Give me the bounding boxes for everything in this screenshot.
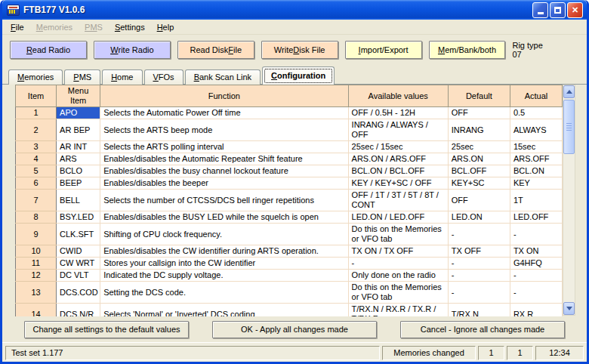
cell-default[interactable]: KEY+SC <box>448 177 510 190</box>
cell-default[interactable]: OFF <box>448 190 510 211</box>
cell-default[interactable]: OFF <box>448 107 510 119</box>
cell-actual[interactable]: BCL.ON <box>510 165 562 177</box>
cell-actual[interactable]: TX ON <box>510 245 562 258</box>
cell-menu[interactable]: BEEP <box>57 177 100 190</box>
cell-menu[interactable]: APO <box>57 107 100 119</box>
cell-menu[interactable]: DCS.COD <box>57 282 100 304</box>
scroll-up-button[interactable] <box>563 85 575 98</box>
cell-actual[interactable]: ALWAYS <box>510 119 562 141</box>
import-export-button[interactable]: Import/Export <box>345 41 422 59</box>
cell-actual[interactable]: ARS.OFF <box>510 153 562 165</box>
scrollbar-track[interactable] <box>563 98 575 302</box>
cell-default[interactable]: LED.ON <box>448 211 510 224</box>
tab-memories[interactable]: Memories <box>8 69 63 85</box>
cell-menu[interactable]: BELL <box>57 190 100 211</box>
cell-function[interactable]: Selects the ARTS polling interval <box>100 141 348 153</box>
cell-available[interactable]: BCL.ON / BCL.OFF <box>348 165 448 177</box>
cell-actual[interactable]: RX R <box>510 304 562 317</box>
cell-function[interactable]: Stores your callsign into the CW identif… <box>100 258 348 270</box>
cell-menu[interactable]: CWID <box>57 245 100 258</box>
cell-function[interactable]: Enables/disables the beeper <box>100 177 348 190</box>
cell-actual[interactable]: LED.OFF <box>510 211 562 224</box>
maximize-button[interactable] <box>550 2 566 18</box>
cell-default[interactable]: - <box>448 224 510 245</box>
cell-available[interactable]: LED.ON / LED.OFF <box>348 211 448 224</box>
menu-item-settings[interactable]: Settings <box>109 21 151 33</box>
tab-pms[interactable]: PMS <box>64 69 100 85</box>
cell-menu[interactable]: DC VLT <box>57 270 100 282</box>
cell-default[interactable]: BCL.OFF <box>448 165 510 177</box>
cell-item[interactable]: 12 <box>16 270 57 282</box>
cell-function[interactable]: Shifting of CPU clock frequency. <box>100 224 348 245</box>
cell-item[interactable]: 5 <box>16 165 57 177</box>
cell-menu[interactable]: BCLO <box>57 165 100 177</box>
cell-item[interactable]: 11 <box>16 258 57 270</box>
cell-menu[interactable]: BSY.LED <box>57 211 100 224</box>
cell-function[interactable]: Enables/disables the busy channel lockou… <box>100 165 348 177</box>
cell-default[interactable]: T/RX.N <box>448 304 510 317</box>
vertical-scrollbar[interactable] <box>563 85 575 316</box>
tab-home[interactable]: Home <box>102 69 142 85</box>
cancel-button[interactable]: Cancel - Ignore all changes made <box>400 321 565 338</box>
cell-actual[interactable]: G4HFQ <box>510 258 562 270</box>
cell-default[interactable]: TX OFF <box>448 245 510 258</box>
menu-item-help[interactable]: Help <box>151 21 180 33</box>
cell-function[interactable]: Enables/disables the CW identifier durin… <box>100 245 348 258</box>
cell-available[interactable]: - <box>348 258 448 270</box>
cell-item[interactable]: 10 <box>16 245 57 258</box>
cell-item[interactable]: 14 <box>16 304 57 317</box>
cell-available[interactable]: T/RX.N / RX.R / TX.R / T/RX.R <box>348 304 448 317</box>
cell-actual[interactable]: KEY <box>510 177 562 190</box>
cell-item[interactable]: 8 <box>16 211 57 224</box>
cell-function[interactable]: Selects the number of CTCSS/DCS bell rin… <box>100 190 348 211</box>
cell-item[interactable]: 3 <box>16 141 57 153</box>
cell-default[interactable]: 25sec <box>448 141 510 153</box>
cell-item[interactable]: 9 <box>16 224 57 245</box>
cell-actual[interactable]: - <box>510 282 562 304</box>
cell-actual[interactable]: 1T <box>510 190 562 211</box>
write-disk-file-button[interactable]: Write Disk File <box>261 41 338 59</box>
cell-menu[interactable]: AR INT <box>57 141 100 153</box>
cell-function[interactable]: Enables/disables the Automatic Repeater … <box>100 153 348 165</box>
cell-default[interactable]: - <box>448 282 510 304</box>
tab-configuration[interactable]: Configuration <box>262 66 335 85</box>
scrollbar-thumb[interactable] <box>563 100 575 154</box>
cell-function[interactable]: Selects the ARTS beep mode <box>100 119 348 141</box>
cell-item[interactable]: 1 <box>16 107 57 119</box>
cell-function[interactable]: Enables/disables the BUSY LED while the … <box>100 211 348 224</box>
read-disk-file-button[interactable]: Read Disk File <box>177 41 254 59</box>
read-radio-button[interactable]: Read Radio <box>10 41 87 59</box>
cell-menu[interactable]: AR BEP <box>57 119 100 141</box>
cell-actual[interactable]: - <box>510 224 562 245</box>
cell-function[interactable]: Selects the Automatic Power Off time <box>100 107 348 119</box>
ok-button[interactable]: OK - Apply all changes made <box>212 321 377 338</box>
cell-menu[interactable]: CLK.SFT <box>57 224 100 245</box>
cell-item[interactable]: 6 <box>16 177 57 190</box>
cell-available[interactable]: KEY / KEY+SC / OFF <box>348 177 448 190</box>
cell-default[interactable]: - <box>448 258 510 270</box>
cell-default[interactable]: - <box>448 270 510 282</box>
cell-function[interactable]: Setting the DCS code. <box>100 282 348 304</box>
cell-available[interactable]: Do this on the Memories or VFO tab <box>348 224 448 245</box>
write-radio-button[interactable]: Write Radio <box>94 41 171 59</box>
tab-vfos[interactable]: VFOs <box>144 69 183 85</box>
cell-actual[interactable]: - <box>510 270 562 282</box>
cell-item[interactable]: 13 <box>16 282 57 304</box>
cell-default[interactable]: ARS.ON <box>448 153 510 165</box>
minimize-button[interactable] <box>532 2 548 18</box>
cell-item[interactable]: 4 <box>16 153 57 165</box>
cell-menu[interactable]: DCS.N/R <box>57 304 100 317</box>
scroll-down-button[interactable] <box>563 302 575 315</box>
cell-available[interactable]: Do this on the Memories or VFO tab <box>348 282 448 304</box>
cell-available[interactable]: OFF / 0.5H - 12H <box>348 107 448 119</box>
cell-available[interactable]: OFF / 1T / 3T / 5T / 8T / CONT <box>348 190 448 211</box>
cell-available[interactable]: ARS.ON / ARS.OFF <box>348 153 448 165</box>
cell-actual[interactable]: 0.5 <box>510 107 562 119</box>
menu-item-file[interactable]: File <box>5 21 30 33</box>
cell-function[interactable]: Selects 'Normal' or 'Inverted' DCS codin… <box>100 304 348 317</box>
cell-function[interactable]: Indicated the DC supply voltage. <box>100 270 348 282</box>
cell-available[interactable]: INRANG / ALWAYS / OFF <box>348 119 448 141</box>
close-button[interactable]: ✕ <box>567 2 583 18</box>
cell-available[interactable]: TX ON / TX OFF <box>348 245 448 258</box>
mem-bank-both-button[interactable]: Mem/Bank/both <box>429 41 506 59</box>
